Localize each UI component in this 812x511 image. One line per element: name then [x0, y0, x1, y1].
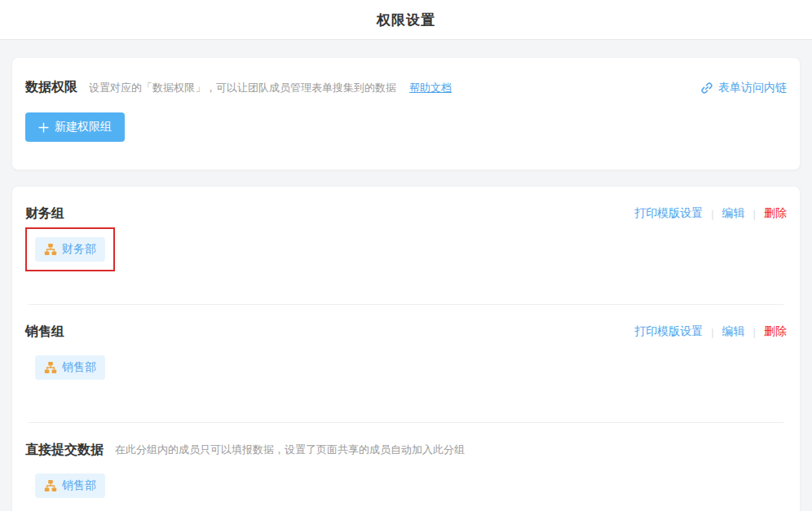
- action-separator: |: [711, 208, 713, 220]
- edit-link[interactable]: 编辑: [722, 206, 745, 221]
- delete-link[interactable]: 删除: [764, 206, 787, 221]
- delete-link[interactable]: 删除: [764, 324, 787, 339]
- page-title: 权限设置: [377, 11, 435, 29]
- action-separator: |: [753, 208, 756, 220]
- department-tag-label: 财务部: [62, 242, 96, 257]
- page-header: 权限设置: [0, 0, 812, 40]
- edit-link[interactable]: 编辑: [722, 324, 745, 339]
- new-permission-group-label: 新建权限组: [55, 120, 112, 134]
- print-template-link[interactable]: 打印模版设置: [634, 206, 703, 221]
- department-tag-label: 销售部: [62, 478, 96, 493]
- department-tag[interactable]: 销售部: [35, 474, 105, 498]
- data-permission-title: 数据权限: [25, 79, 77, 96]
- group-title: 直接提交数据: [25, 442, 104, 459]
- org-chart-icon: [44, 243, 57, 256]
- group-title: 销售组: [25, 324, 64, 341]
- print-template-link[interactable]: 打印模版设置: [634, 324, 703, 339]
- red-highlight-box: 财务部: [25, 227, 115, 271]
- new-permission-group-button[interactable]: 新建权限组: [25, 112, 125, 142]
- action-separator: |: [753, 326, 756, 338]
- help-doc-link[interactable]: 帮助文档: [409, 81, 452, 95]
- org-chart-icon: [44, 479, 57, 492]
- action-separator: |: [711, 326, 713, 338]
- group-title: 财务组: [25, 205, 64, 222]
- form-access-label: 表单访问内链: [718, 81, 787, 95]
- department-tag[interactable]: 销售部: [35, 355, 105, 380]
- org-chart-icon: [44, 361, 57, 374]
- link-icon: [700, 81, 713, 95]
- permission-groups-card: 财务组 打印模版设置 | 编辑 | 删除: [11, 186, 801, 511]
- group-section-finance: 财务组 打印模版设置 | 编辑 | 删除: [12, 187, 800, 304]
- department-tag[interactable]: 财务部: [35, 237, 105, 262]
- group-section-sales: 销售组 打印模版设置 | 编辑 | 删除 销: [12, 305, 800, 422]
- form-access-link[interactable]: 表单访问内链: [700, 81, 787, 95]
- data-permission-description: 设置对应的「数据权限」，可以让团队成员管理表单搜集到的数据: [89, 81, 396, 95]
- department-tag-label: 销售部: [62, 360, 96, 375]
- data-permission-card: 数据权限 设置对应的「数据权限」，可以让团队成员管理表单搜集到的数据 帮助文档 …: [11, 57, 801, 170]
- plus-icon: [38, 122, 49, 133]
- group-section-direct-submit: 直接提交数据 在此分组内的成员只可以填报数据，设置了页面共享的成员自动加入此分组…: [12, 423, 800, 511]
- group-description: 在此分组内的成员只可以填报数据，设置了页面共享的成员自动加入此分组: [115, 443, 465, 457]
